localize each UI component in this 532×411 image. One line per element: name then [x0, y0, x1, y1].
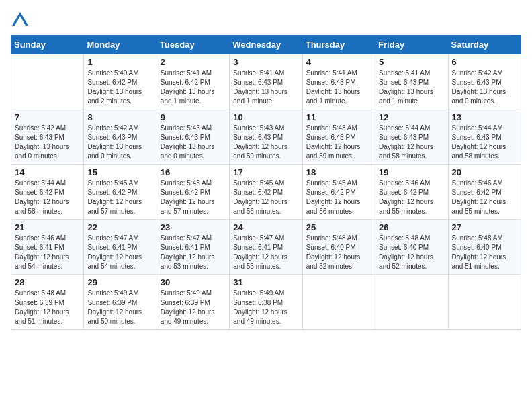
day-info: Sunrise: 5:46 AM Sunset: 6:41 PM Dayligh…	[15, 234, 80, 271]
calendar-week-row: 14Sunrise: 5:44 AM Sunset: 6:42 PM Dayli…	[11, 165, 521, 220]
day-info: Sunrise: 5:48 AM Sunset: 6:40 PM Dayligh…	[379, 234, 444, 271]
calendar-cell: 5Sunrise: 5:41 AM Sunset: 6:43 PM Daylig…	[375, 54, 448, 109]
day-info: Sunrise: 5:46 AM Sunset: 6:42 PM Dayligh…	[452, 179, 517, 216]
calendar-cell: 14Sunrise: 5:44 AM Sunset: 6:42 PM Dayli…	[11, 165, 84, 220]
calendar-week-row: 1Sunrise: 5:40 AM Sunset: 6:42 PM Daylig…	[11, 54, 521, 109]
calendar-table: SundayMondayTuesdayWednesdayThursdayFrid…	[11, 35, 521, 330]
calendar-cell: 23Sunrise: 5:47 AM Sunset: 6:41 PM Dayli…	[157, 220, 229, 275]
day-number: 16	[161, 167, 226, 177]
calendar-cell: 31Sunrise: 5:49 AM Sunset: 6:38 PM Dayli…	[230, 275, 302, 330]
calendar-cell: 9Sunrise: 5:43 AM Sunset: 6:43 PM Daylig…	[157, 109, 229, 165]
day-number: 28	[15, 277, 80, 287]
logo	[11, 11, 32, 30]
day-info: Sunrise: 5:44 AM Sunset: 6:43 PM Dayligh…	[452, 124, 517, 161]
day-of-week-header: Monday	[84, 36, 157, 54]
calendar-cell: 21Sunrise: 5:46 AM Sunset: 6:41 PM Dayli…	[11, 220, 84, 275]
day-number: 13	[452, 112, 517, 122]
day-info: Sunrise: 5:42 AM Sunset: 6:43 PM Dayligh…	[452, 68, 517, 106]
day-info: Sunrise: 5:49 AM Sunset: 6:39 PM Dayligh…	[161, 289, 226, 326]
day-number: 21	[15, 222, 80, 232]
day-number: 22	[87, 222, 152, 232]
day-number: 5	[379, 57, 444, 67]
calendar-cell: 10Sunrise: 5:43 AM Sunset: 6:43 PM Dayli…	[230, 109, 302, 165]
day-of-week-header: Saturday	[448, 36, 521, 54]
day-number: 10	[233, 112, 298, 122]
day-info: Sunrise: 5:47 AM Sunset: 6:41 PM Dayligh…	[161, 234, 226, 271]
calendar-cell	[448, 275, 521, 330]
day-number: 25	[306, 222, 371, 232]
day-of-week-header: Wednesday	[230, 36, 302, 54]
day-info: Sunrise: 5:48 AM Sunset: 6:40 PM Dayligh…	[452, 234, 517, 271]
calendar-cell: 17Sunrise: 5:45 AM Sunset: 6:42 PM Dayli…	[230, 165, 302, 220]
day-info: Sunrise: 5:41 AM Sunset: 6:42 PM Dayligh…	[161, 68, 226, 106]
day-info: Sunrise: 5:49 AM Sunset: 6:39 PM Dayligh…	[87, 289, 152, 326]
calendar-cell	[302, 275, 375, 330]
day-number: 3	[233, 57, 298, 67]
day-info: Sunrise: 5:45 AM Sunset: 6:42 PM Dayligh…	[306, 179, 371, 216]
day-number: 18	[306, 167, 371, 177]
calendar-week-row: 21Sunrise: 5:46 AM Sunset: 6:41 PM Dayli…	[11, 220, 521, 275]
calendar-cell: 29Sunrise: 5:49 AM Sunset: 6:39 PM Dayli…	[84, 275, 157, 330]
day-number: 4	[306, 57, 371, 67]
day-number: 15	[87, 167, 152, 177]
calendar-cell: 26Sunrise: 5:48 AM Sunset: 6:40 PM Dayli…	[375, 220, 448, 275]
calendar-cell: 18Sunrise: 5:45 AM Sunset: 6:42 PM Dayli…	[302, 165, 375, 220]
calendar-cell: 13Sunrise: 5:44 AM Sunset: 6:43 PM Dayli…	[448, 109, 521, 165]
day-info: Sunrise: 5:43 AM Sunset: 6:43 PM Dayligh…	[161, 124, 226, 161]
calendar-header-row: SundayMondayTuesdayWednesdayThursdayFrid…	[11, 36, 521, 54]
day-number: 24	[233, 222, 298, 232]
calendar-cell: 28Sunrise: 5:48 AM Sunset: 6:39 PM Dayli…	[11, 275, 84, 330]
day-number: 7	[15, 112, 80, 122]
calendar-cell: 7Sunrise: 5:42 AM Sunset: 6:43 PM Daylig…	[11, 109, 84, 165]
calendar-cell: 19Sunrise: 5:46 AM Sunset: 6:42 PM Dayli…	[375, 165, 448, 220]
day-number: 8	[87, 112, 152, 122]
day-info: Sunrise: 5:47 AM Sunset: 6:41 PM Dayligh…	[87, 234, 152, 271]
calendar-cell	[11, 54, 84, 109]
day-of-week-header: Thursday	[302, 36, 375, 54]
day-info: Sunrise: 5:43 AM Sunset: 6:43 PM Dayligh…	[233, 124, 298, 161]
day-info: Sunrise: 5:45 AM Sunset: 6:42 PM Dayligh…	[87, 179, 152, 216]
calendar-cell: 22Sunrise: 5:47 AM Sunset: 6:41 PM Dayli…	[84, 220, 157, 275]
day-number: 23	[161, 222, 226, 232]
day-number: 20	[452, 167, 517, 177]
day-of-week-header: Sunday	[11, 36, 84, 54]
day-number: 9	[161, 112, 226, 122]
day-info: Sunrise: 5:46 AM Sunset: 6:42 PM Dayligh…	[379, 179, 444, 216]
day-number: 30	[161, 277, 226, 287]
day-of-week-header: Friday	[375, 36, 448, 54]
day-number: 1	[87, 57, 152, 67]
day-number: 26	[379, 222, 444, 232]
page-header	[11, 11, 521, 30]
day-info: Sunrise: 5:44 AM Sunset: 6:42 PM Dayligh…	[15, 179, 80, 216]
calendar-cell: 25Sunrise: 5:48 AM Sunset: 6:40 PM Dayli…	[302, 220, 375, 275]
logo-icon	[11, 11, 30, 30]
calendar-cell: 1Sunrise: 5:40 AM Sunset: 6:42 PM Daylig…	[84, 54, 157, 109]
calendar-cell: 12Sunrise: 5:44 AM Sunset: 6:43 PM Dayli…	[375, 109, 448, 165]
calendar-cell: 15Sunrise: 5:45 AM Sunset: 6:42 PM Dayli…	[84, 165, 157, 220]
day-info: Sunrise: 5:40 AM Sunset: 6:42 PM Dayligh…	[87, 68, 152, 106]
calendar-cell: 8Sunrise: 5:42 AM Sunset: 6:43 PM Daylig…	[84, 109, 157, 165]
day-number: 31	[233, 277, 298, 287]
day-info: Sunrise: 5:49 AM Sunset: 6:38 PM Dayligh…	[233, 289, 298, 326]
day-of-week-header: Tuesday	[157, 36, 229, 54]
calendar-cell: 30Sunrise: 5:49 AM Sunset: 6:39 PM Dayli…	[157, 275, 229, 330]
day-number: 19	[379, 167, 444, 177]
calendar-week-row: 7Sunrise: 5:42 AM Sunset: 6:43 PM Daylig…	[11, 109, 521, 165]
calendar-cell: 6Sunrise: 5:42 AM Sunset: 6:43 PM Daylig…	[448, 54, 521, 109]
day-number: 14	[15, 167, 80, 177]
calendar-week-row: 28Sunrise: 5:48 AM Sunset: 6:39 PM Dayli…	[11, 275, 521, 330]
calendar-cell: 20Sunrise: 5:46 AM Sunset: 6:42 PM Dayli…	[448, 165, 521, 220]
calendar-cell: 2Sunrise: 5:41 AM Sunset: 6:42 PM Daylig…	[157, 54, 229, 109]
day-number: 12	[379, 112, 444, 122]
calendar-cell: 16Sunrise: 5:45 AM Sunset: 6:42 PM Dayli…	[157, 165, 229, 220]
day-number: 2	[161, 57, 226, 67]
day-info: Sunrise: 5:45 AM Sunset: 6:42 PM Dayligh…	[161, 179, 226, 216]
day-info: Sunrise: 5:41 AM Sunset: 6:43 PM Dayligh…	[379, 68, 444, 106]
day-info: Sunrise: 5:41 AM Sunset: 6:43 PM Dayligh…	[306, 68, 371, 106]
day-info: Sunrise: 5:45 AM Sunset: 6:42 PM Dayligh…	[233, 179, 298, 216]
day-info: Sunrise: 5:42 AM Sunset: 6:43 PM Dayligh…	[15, 124, 80, 161]
day-info: Sunrise: 5:48 AM Sunset: 6:40 PM Dayligh…	[306, 234, 371, 271]
calendar-cell: 3Sunrise: 5:41 AM Sunset: 6:43 PM Daylig…	[230, 54, 302, 109]
calendar-cell: 24Sunrise: 5:47 AM Sunset: 6:41 PM Dayli…	[230, 220, 302, 275]
day-number: 6	[452, 57, 517, 67]
